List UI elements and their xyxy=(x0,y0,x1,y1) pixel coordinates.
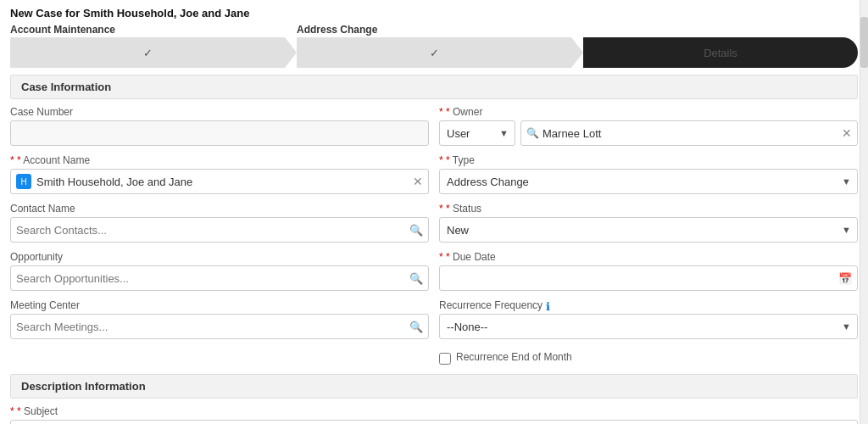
wizard-step-label-3 xyxy=(583,23,858,36)
case-information-header: Case Information xyxy=(10,75,858,99)
case-number-label: Case Number xyxy=(10,106,429,118)
wizard-step-address-change[interactable]: ✓ xyxy=(297,37,571,68)
recurrence-frequency-label: Recurrence Frequency xyxy=(439,299,542,311)
scrollbar-thumb[interactable] xyxy=(860,17,868,68)
type-label: * Type xyxy=(439,154,858,166)
opportunity-input[interactable] xyxy=(16,272,409,285)
wizard-step-label-1: Account Maintenance xyxy=(10,23,285,36)
account-icon: H xyxy=(16,174,31,189)
status-label: * Status xyxy=(439,203,858,215)
status-select-wrapper: New Working Escalated Closed ▼ xyxy=(439,217,858,243)
step-1-check: ✓ xyxy=(143,47,153,59)
opportunity-wrapper: 🔍 xyxy=(10,265,429,291)
step-2-check: ✓ xyxy=(430,47,439,59)
opportunity-label: Opportunity xyxy=(10,251,429,263)
recurrence-frequency-select[interactable]: --None-- Daily Weekly Monthly xyxy=(439,314,858,339)
calendar-icon[interactable]: 📅 xyxy=(838,272,852,285)
owner-label: * Owner xyxy=(439,106,858,118)
recurrence-end-of-month-label: Recurrence End of Month xyxy=(456,351,572,363)
meeting-center-label: Meeting Center xyxy=(10,299,429,311)
subject-label: * Subject xyxy=(10,405,858,417)
meeting-center-input[interactable] xyxy=(16,321,409,333)
contact-search-icon[interactable]: 🔍 xyxy=(409,224,423,237)
account-clear-icon[interactable]: ✕ xyxy=(413,175,423,188)
owner-clear-icon[interactable]: ✕ xyxy=(842,126,852,140)
account-name-input[interactable]: Smith Household, Joe and Jane xyxy=(36,176,413,188)
meeting-center-wrapper: 🔍 xyxy=(10,314,429,339)
contact-name-wrapper: 🔍 xyxy=(10,217,429,243)
subject-input[interactable]: Address Change xyxy=(10,420,858,424)
type-select[interactable]: Address Change Account Maintenance Other xyxy=(439,169,858,194)
meeting-search-icon[interactable]: 🔍 xyxy=(409,321,423,333)
due-date-label: * Due Date xyxy=(439,251,858,263)
recurrence-info-icon[interactable]: ℹ xyxy=(546,300,550,313)
wizard-step-label-2: Address Change xyxy=(297,23,571,36)
case-number-input[interactable] xyxy=(10,120,429,146)
status-select[interactable]: New Working Escalated Closed xyxy=(439,217,858,243)
account-name-wrapper: H Smith Household, Joe and Jane ✕ xyxy=(10,169,429,194)
opportunity-search-icon[interactable]: 🔍 xyxy=(409,272,423,285)
page-title: New Case for Smith Household, Joe and Ja… xyxy=(0,0,868,23)
type-select-wrapper: Address Change Account Maintenance Other… xyxy=(439,169,858,194)
recurrence-frequency-select-wrapper: --None-- Daily Weekly Monthly ▼ xyxy=(439,314,858,339)
owner-search-icon: 🔍 xyxy=(526,127,539,139)
owner-name-input[interactable]: Marnee Lott xyxy=(542,123,842,144)
contact-name-input[interactable] xyxy=(16,224,409,237)
step-3-label: Details xyxy=(704,47,737,59)
due-date-input[interactable] xyxy=(445,272,838,285)
recurrence-end-of-month-row: Recurrence End of Month xyxy=(439,351,858,365)
wizard-step-account-maintenance[interactable]: ✓ xyxy=(10,37,285,68)
recurrence-end-of-month-checkbox[interactable] xyxy=(439,353,451,365)
owner-input-wrapper: 🔍 Marnee Lott ✕ xyxy=(520,120,858,146)
owner-type-select[interactable]: User Queue xyxy=(439,120,515,146)
account-name-label: * Account Name xyxy=(10,154,429,166)
contact-name-label: Contact Name xyxy=(10,203,429,215)
description-information-header: Description Information xyxy=(10,374,858,399)
wizard-step-details[interactable]: Details xyxy=(583,37,858,68)
due-date-wrapper: 📅 xyxy=(439,265,858,291)
scrollbar[interactable] xyxy=(860,0,868,424)
